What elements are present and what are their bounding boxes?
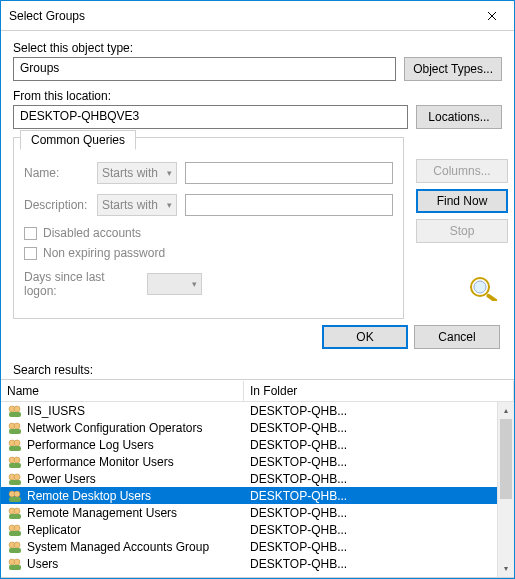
svg-rect-11 xyxy=(9,446,21,451)
row-name: IIS_IUSRS xyxy=(27,404,85,418)
svg-point-16 xyxy=(14,474,20,480)
scroll-thumb[interactable] xyxy=(500,419,512,499)
row-folder: DESKTOP-QHB... xyxy=(244,472,497,486)
disabled-accounts-label: Disabled accounts xyxy=(43,226,141,240)
group-icon xyxy=(7,556,23,572)
svg-rect-8 xyxy=(9,429,21,434)
row-folder: DESKTOP-QHB... xyxy=(244,557,497,571)
chevron-down-icon: ▾ xyxy=(167,200,172,210)
chevron-down-icon: ▾ xyxy=(167,168,172,178)
svg-rect-20 xyxy=(9,497,21,502)
group-icon xyxy=(7,539,23,555)
object-type-field: Groups xyxy=(13,57,396,81)
table-row[interactable]: ReplicatorDESKTOP-QHB... xyxy=(1,521,497,538)
location-field: DESKTOP-QHBQVE3 xyxy=(13,105,408,129)
name-mode-value: Starts with xyxy=(102,166,158,180)
window-title: Select Groups xyxy=(1,9,469,23)
disabled-accounts-checkbox[interactable]: Disabled accounts xyxy=(24,226,393,240)
svg-point-25 xyxy=(14,525,20,531)
table-row[interactable]: Network Configuration OperatorsDESKTOP-Q… xyxy=(1,419,497,436)
find-now-button[interactable]: Find Now xyxy=(416,189,508,213)
results-header: Name In Folder xyxy=(1,380,514,402)
group-icon xyxy=(7,471,23,487)
row-name: Users xyxy=(27,557,58,571)
svg-rect-23 xyxy=(9,514,21,519)
group-icon xyxy=(7,454,23,470)
row-name: Power Users xyxy=(27,472,96,486)
column-header-folder[interactable]: In Folder xyxy=(244,381,514,401)
svg-rect-14 xyxy=(9,463,21,468)
table-row[interactable]: Power UsersDESKTOP-QHB... xyxy=(1,470,497,487)
table-row[interactable]: Remote Desktop UsersDESKTOP-QHB... xyxy=(1,487,497,504)
svg-point-19 xyxy=(14,491,20,497)
scroll-up-icon[interactable]: ▴ xyxy=(498,402,514,419)
description-filter-label: Description: xyxy=(24,198,89,212)
stop-button[interactable]: Stop xyxy=(416,219,508,243)
svg-rect-29 xyxy=(9,548,21,553)
cancel-button[interactable]: Cancel xyxy=(414,325,500,349)
results-grid: Name In Folder IIS_IUSRSDESKTOP-QHB...Ne… xyxy=(1,379,514,578)
group-icon xyxy=(7,403,23,419)
close-button[interactable] xyxy=(469,1,514,31)
search-results-label: Search results: xyxy=(13,363,514,377)
row-folder: DESKTOP-QHB... xyxy=(244,506,497,520)
svg-rect-32 xyxy=(9,565,21,570)
scroll-down-icon[interactable]: ▾ xyxy=(498,560,514,577)
titlebar[interactable]: Select Groups xyxy=(1,1,514,31)
group-icon xyxy=(7,420,23,436)
description-mode-combo[interactable]: Starts with ▾ xyxy=(97,194,177,216)
row-name: Replicator xyxy=(27,523,81,537)
group-icon xyxy=(7,522,23,538)
row-name: Performance Log Users xyxy=(27,438,154,452)
row-name: Remote Management Users xyxy=(27,506,177,520)
days-since-label: Days since last logon: xyxy=(24,270,139,298)
group-icon xyxy=(7,505,23,521)
results-body[interactable]: IIS_IUSRSDESKTOP-QHB...Network Configura… xyxy=(1,402,514,577)
close-icon xyxy=(487,11,497,21)
svg-point-7 xyxy=(14,423,20,429)
ok-button[interactable]: OK xyxy=(322,325,408,349)
table-row[interactable]: UsersDESKTOP-QHB... xyxy=(1,555,497,572)
description-mode-value: Starts with xyxy=(102,198,158,212)
row-folder: DESKTOP-QHB... xyxy=(244,404,497,418)
group-icon xyxy=(7,437,23,453)
svg-point-13 xyxy=(14,457,20,463)
checkbox-box-icon xyxy=(24,227,37,240)
table-row[interactable]: Performance Log UsersDESKTOP-QHB... xyxy=(1,436,497,453)
name-filter-input[interactable] xyxy=(185,162,393,184)
table-row[interactable]: IIS_IUSRSDESKTOP-QHB... xyxy=(1,402,497,419)
name-mode-combo[interactable]: Starts with ▾ xyxy=(97,162,177,184)
columns-button[interactable]: Columns... xyxy=(416,159,508,183)
row-folder: DESKTOP-QHB... xyxy=(244,438,497,452)
svg-rect-17 xyxy=(9,480,21,485)
common-queries-tab[interactable]: Common Queries xyxy=(20,130,136,150)
svg-point-4 xyxy=(14,406,20,412)
object-type-label: Select this object type: xyxy=(13,41,502,55)
row-folder: DESKTOP-QHB... xyxy=(244,523,497,537)
row-folder: DESKTOP-QHB... xyxy=(244,489,497,503)
svg-point-28 xyxy=(14,542,20,548)
svg-point-22 xyxy=(14,508,20,514)
svg-point-10 xyxy=(14,440,20,446)
svg-rect-26 xyxy=(9,531,21,536)
row-name: Network Configuration Operators xyxy=(27,421,202,435)
svg-point-31 xyxy=(14,559,20,565)
svg-rect-2 xyxy=(486,293,498,301)
row-name: Performance Monitor Users xyxy=(27,455,174,469)
non-expiring-checkbox[interactable]: Non expiring password xyxy=(24,246,393,260)
description-filter-input[interactable] xyxy=(185,194,393,216)
column-header-name[interactable]: Name xyxy=(1,381,244,401)
row-name: Remote Desktop Users xyxy=(27,489,151,503)
locations-button[interactable]: Locations... xyxy=(416,105,502,129)
days-since-combo[interactable]: ▾ xyxy=(147,273,202,295)
object-types-button[interactable]: Object Types... xyxy=(404,57,502,81)
name-filter-label: Name: xyxy=(24,166,89,180)
table-row[interactable]: Performance Monitor UsersDESKTOP-QHB... xyxy=(1,453,497,470)
scrollbar[interactable]: ▴ ▾ xyxy=(497,402,514,577)
svg-rect-5 xyxy=(9,412,21,417)
table-row[interactable]: Remote Management UsersDESKTOP-QHB... xyxy=(1,504,497,521)
row-folder: DESKTOP-QHB... xyxy=(244,540,497,554)
table-row[interactable]: System Managed Accounts GroupDESKTOP-QHB… xyxy=(1,538,497,555)
search-icon xyxy=(468,275,502,304)
row-folder: DESKTOP-QHB... xyxy=(244,455,497,469)
